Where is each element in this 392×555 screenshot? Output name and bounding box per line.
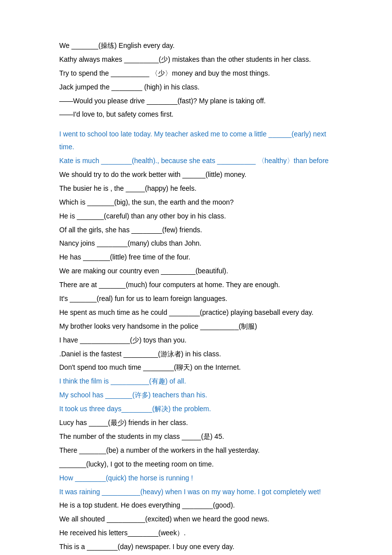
exercise-line-16: He has _______(little) free time of the …	[59, 251, 333, 264]
exercise-line-13: He is _______(careful) than any other bo…	[59, 210, 333, 223]
exercise-line-30: There _______(be) a number of the worker…	[59, 444, 333, 457]
exercise-line-25: I think the film is __________(有趣) of al…	[59, 375, 333, 388]
exercise-line-8: I went to school too late today. My teac…	[59, 128, 333, 154]
exercise-line-19: It's _______(real) fun for us to learn f…	[59, 293, 333, 305]
exercise-line-29: The number of the students in my class _…	[59, 430, 333, 443]
exercise-line-11: The busier he is , the _____(happy) he f…	[59, 182, 333, 195]
exercise-line-31: _______(lucky), I got to the meeting roo…	[59, 458, 333, 471]
exercise-line-9: Kate is much ________(health)., because …	[59, 155, 333, 168]
exercise-line-17: We are making our country even _________…	[59, 265, 333, 278]
exercise-line-24: Don't spend too much time ________(聊天) o…	[59, 361, 333, 374]
exercise-line-27: It took us three days________(解决) the pr…	[59, 403, 333, 416]
exercise-line-26: My school has _______(许多) teachers than …	[59, 389, 333, 402]
exercise-line-28: Lucy has _____(最少) friends in her class.	[59, 417, 333, 429]
exercise-line-6: ——I'd love to, but safety comes first.	[59, 108, 333, 121]
exercise-line-14: Of all the girls, she has ________(few) …	[59, 224, 333, 237]
exercise-line-1: We _______(操练) English every day.	[59, 40, 333, 52]
exercise-line-4: Jack jumped the ________ (high) in his c…	[59, 81, 333, 94]
main-content: We _______(操练) English every day.Kathy a…	[59, 40, 333, 555]
exercise-line-2: Kathy always makes _________(少) mistakes…	[59, 53, 333, 66]
exercise-line-23: .Daniel is the fastest _________(游泳者) in…	[59, 348, 333, 361]
exercise-line-22: I have _____________(少) toys than you.	[59, 334, 333, 347]
exercise-line-15: Nancy joins ________(many) clubs than Jo…	[59, 237, 333, 250]
spacer	[59, 122, 333, 128]
exercise-line-36: He received his letters________(week）.	[59, 527, 333, 540]
exercise-line-12: Which is _______(big), the sun, the eart…	[59, 196, 333, 209]
exercise-line-3: Try to spend the __________ 〈少〉money and…	[59, 67, 333, 80]
exercise-line-35: We all shouted __________(excited) when …	[59, 513, 333, 526]
exercise-line-5: ——Would you please drive ________(fast)?…	[59, 95, 333, 108]
exercise-line-18: There are at _______(much) four computer…	[59, 279, 333, 292]
exercise-line-10: We should try to do the work better with…	[59, 169, 333, 181]
exercise-line-34: He is a top student. He does everything …	[59, 499, 333, 512]
exercise-line-20: He spent as much time as he could ______…	[59, 306, 333, 319]
exercise-line-37: This is a ________(day) newspaper. I buy…	[59, 541, 333, 554]
exercise-line-33: It was raining __________(heavy) when I …	[59, 486, 333, 499]
exercise-line-32: How ________(quick) the horse is running…	[59, 472, 333, 485]
exercise-line-21: My brother looks very handsome in the po…	[59, 320, 333, 333]
